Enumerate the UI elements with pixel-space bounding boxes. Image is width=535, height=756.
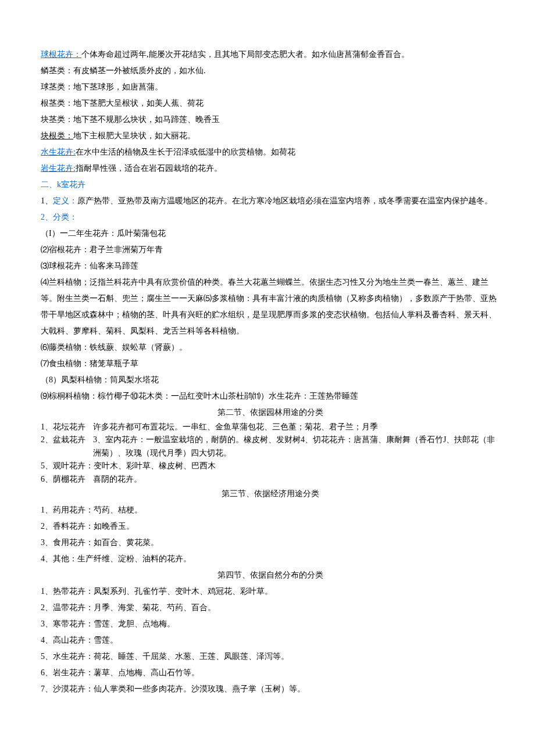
para: 5、观叶花卉：变叶木、彩叶草、橡皮树、巴西木 [41, 460, 500, 472]
para: 1、药用花卉：芍药、桔梗。 [41, 502, 500, 518]
para: 1、热带花卉：凤梨系列、孔雀竹芋、变叶木、鸡冠花、彩叶草。 [41, 583, 500, 600]
section-3-title: 第三节、依据经济用途分类 [41, 486, 500, 502]
para: 4、其他：生产纤维、淀粉、油料的花卉。 [41, 551, 500, 567]
para: 2、香料花卉：如晚香玉。 [41, 518, 500, 535]
para: ⑷兰科植物；泛指兰科花卉中具有欣赏价值的种类。春兰大花蕙兰蝴蝶兰。依据生态习性又… [41, 274, 500, 339]
num: 1、 [41, 196, 53, 205]
label: 1、花坛花卉 [41, 421, 93, 433]
blue-text: 定义： [53, 196, 77, 205]
para: 3、寒带花卉：雪莲、龙胆、点地梅。 [41, 616, 500, 632]
link-rock[interactable]: 岩生花卉: [41, 164, 76, 173]
para-bulb: 球根花卉：个体寿命超过两年,能屡次开花结实，且其地下局部变态肥大者。如水仙唐菖蒲… [41, 46, 500, 63]
para: 球茎类：地下茎球形，如唐菖蒲。 [41, 79, 500, 95]
text: 地下主根肥大呈块状，如大丽花。 [73, 131, 195, 140]
para: 2、温带花卉：月季、海棠、菊花、芍药、百合。 [41, 600, 500, 616]
para: 块茎类：地下茎不规那么块状，如马蹄莲、晚香玉 [41, 112, 500, 128]
para: 6、岩生花卉：薯草、点地梅、高山石竹等。 [41, 665, 500, 681]
label: 2、盆栽花卉 [41, 433, 93, 446]
content: 3、室内花卉：一般温室栽培的，耐荫的。橡皮树、发财树4、切花花卉：唐菖蒲、康耐舞… [93, 433, 500, 460]
num: 二、 [41, 180, 57, 189]
para: ⑶球根花卉：仙客来马蹄莲 [41, 258, 500, 274]
para-def: 1、定义：原产热带、亚热带及南方温暖地区的花卉。在北方寒冷地区栽培必须在温室内培… [41, 193, 500, 209]
text: 个体寿命超过两年,能屡次开花结实，且其地下局部变态肥大者。如水仙唐菖蒲郁金香百合… [81, 50, 409, 59]
para: ⑺食虫植物：猪笼草瓶子草 [41, 356, 500, 372]
section-2-title: 第二节、依据园林用途的分类 [41, 404, 500, 421]
para-classify: 2、分类： [41, 209, 500, 225]
para: ⑼棕桐科植物：棕竹椰子⑩花木类：一品红变叶木山茶杜鹃⑾）水生花卉：王莲热带睡莲 [41, 388, 500, 404]
heading-2: 二、k室花卉 [41, 177, 500, 193]
row-2: 2、盆栽花卉 3、室内花卉：一般温室栽培的，耐荫的。橡皮树、发财树4、切花花卉：… [41, 433, 500, 460]
content: 许多花卉都可布置花坛。一串红、金鱼草蒲包花、三色堇；菊花、君子兰；月季 [93, 421, 500, 433]
text: 在水中生活的植物及生长于沼泽或低湿中的欣赏植物。如荷花 [76, 148, 295, 156]
link-bulb[interactable]: 球根花卉： [41, 50, 81, 59]
text: 原产热带、亚热带及南方温暖地区的花卉。在北方寒冷地区栽培必须在温室内培养，或冬季… [77, 196, 493, 205]
label: 6、荫棚花卉 [41, 473, 93, 486]
para: 根茎类：地下茎肥大呈根状，如美人蕉、荷花 [41, 95, 500, 112]
para: ⑹藤类植物：铁线蕨、娱蚣草（肾蕨）。 [41, 339, 500, 356]
para: （8）凤梨科植物：筒凤梨水塔花 [41, 372, 500, 388]
row-1: 1、花坛花卉 许多花卉都可布置花坛。一串红、金鱼草蒲包花、三色堇；菊花、君子兰；… [41, 421, 500, 433]
para: 岩生花卉:指耐旱性强，适合在岩石园栽培的花卉。 [41, 160, 500, 177]
content: 喜阴的花卉。 [93, 473, 500, 486]
underline-text: 块根类： [41, 131, 73, 140]
para: 5、水生花卉：荷花、睡莲、千屈菜、水葱、王莲、凤眼莲、泽泻等。 [41, 648, 500, 665]
para: 4、高山花卉：雪莲。 [41, 632, 500, 648]
text: k室花卉 [57, 180, 85, 189]
para: 3、食用花卉：如百合、黄花菜。 [41, 535, 500, 551]
para: （I）一二年生花卉：瓜叶菊蒲包花 [41, 225, 500, 242]
para: ⑵宿根花卉：君子兰非洲菊万年青 [41, 242, 500, 258]
link-aquatic[interactable]: 水生花卉: [41, 148, 76, 156]
para: 鳞茎类：有皮鳞茎一外被纸质外皮的，如水仙. [41, 63, 500, 79]
row-6: 6、荫棚花卉 喜阴的花卉。 [41, 473, 500, 486]
para: 水生花卉:在水中生活的植物及生长于沼泽或低湿中的欣赏植物。如荷花 [41, 144, 500, 160]
para: 7、沙漠花卉：仙人掌类和一些多肉花卉。沙漠玫瑰、燕子掌（玉树）等。 [41, 681, 500, 697]
para: 块根类：地下主根肥大呈块状，如大丽花。 [41, 128, 500, 144]
text: 指耐旱性强，适合在岩石园栽培的花卉。 [76, 164, 222, 173]
section-4-title: 第四节、依据自然分布的分类 [41, 567, 500, 583]
